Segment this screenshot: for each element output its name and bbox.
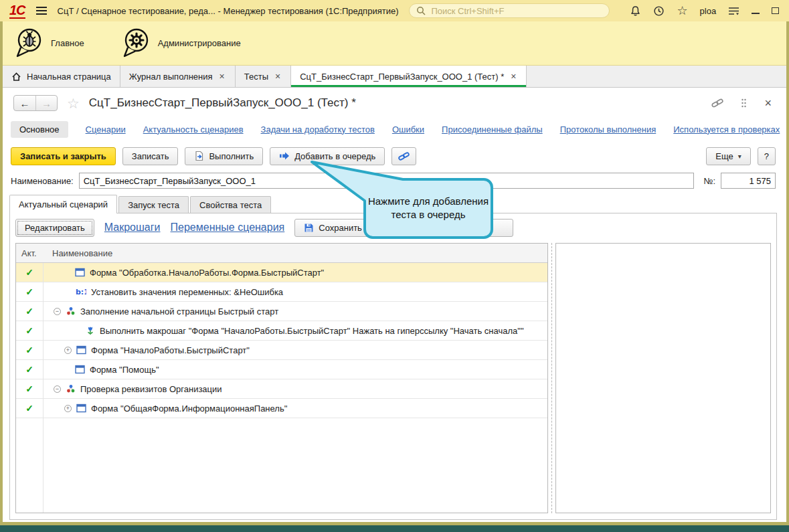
global-search[interactable] bbox=[409, 3, 610, 18]
chain-icon bbox=[398, 151, 410, 161]
name-input[interactable] bbox=[79, 173, 695, 189]
number-label: №: bbox=[703, 176, 715, 186]
app-tab[interactable]: Начальная страница bbox=[3, 66, 120, 87]
maximize-button[interactable] bbox=[772, 7, 779, 14]
scenario-group-icon bbox=[66, 384, 76, 393]
history-nav-buttons: ← → bbox=[13, 95, 58, 111]
nav-item-active[interactable]: Основное bbox=[11, 121, 68, 138]
table-row[interactable]: ✓−Заполнение начальной страницы Быстрый … bbox=[16, 302, 547, 321]
expander-plus-icon[interactable]: + bbox=[64, 347, 72, 354]
step-text: Проверка реквизитов Организации bbox=[80, 384, 222, 394]
window-frame-right bbox=[786, 21, 789, 522]
table-row[interactable]: ✓Форма "Обработка.НачалоРаботы.Форма.Быс… bbox=[16, 263, 547, 282]
current-user[interactable]: ploa bbox=[700, 6, 717, 16]
scenario-tab-panel: Редактировать Макрошаги Переменные сцена… bbox=[9, 213, 777, 520]
partially-hidden-button[interactable] bbox=[413, 219, 513, 237]
ribbon-item-main[interactable]: Главное bbox=[15, 27, 84, 60]
step-name-cell: +Форма "НачалоРаботы.БыстрыйСтарт" bbox=[43, 345, 547, 355]
nav-item[interactable]: Задачи на доработку тестов bbox=[261, 124, 375, 135]
step-name-cell: Выполнить макрошаг "Форма "НачалоРаботы.… bbox=[43, 326, 547, 336]
get-link-icon[interactable] bbox=[707, 98, 727, 108]
tab-current-scenario[interactable]: Актуальный сценарий bbox=[9, 195, 117, 213]
app-tab[interactable]: Тесты× bbox=[236, 66, 291, 87]
nav-item[interactable]: Используется в проверках bbox=[673, 124, 780, 135]
checkmark-icon: ✓ bbox=[25, 383, 33, 394]
titlebar-actions: ☆ ploa × bbox=[630, 3, 789, 18]
tab-bar: Начальная страницаЖурнал выполнения×Тест… bbox=[3, 66, 786, 88]
variables-icon: b:1 bbox=[75, 287, 86, 296]
step-text: Заполнение начальной страницы Быстрый ст… bbox=[80, 306, 278, 317]
nav-item[interactable]: Протоколы выполнения bbox=[560, 124, 656, 135]
save-to-file-button[interactable]: Сохранить в файл bbox=[294, 219, 403, 237]
main-menu-icon[interactable] bbox=[36, 5, 47, 17]
ribbon-item-administration[interactable]: Администрирование bbox=[122, 27, 241, 60]
tab-test-run[interactable]: Запуск теста bbox=[118, 196, 189, 213]
help-button[interactable]: ? bbox=[758, 147, 776, 165]
sections-ribbon: Главное Администрирование bbox=[3, 21, 786, 66]
edit-button[interactable]: Редактировать bbox=[15, 219, 94, 237]
tab-close-icon[interactable]: × bbox=[274, 70, 282, 82]
column-header-active[interactable]: Акт. bbox=[16, 248, 43, 258]
tab-close-icon[interactable]: × bbox=[218, 70, 226, 82]
tab-label: СцТ_БизнесСтарт_ПервыйЗапуск_ООО_1 (Тест… bbox=[300, 72, 504, 82]
column-header-name[interactable]: Наименование bbox=[43, 248, 112, 258]
more-dots-icon[interactable] bbox=[737, 98, 751, 108]
ribbon-item-label: Администрирование bbox=[158, 38, 241, 48]
save-and-close-button[interactable]: Записать и закрыть bbox=[11, 147, 116, 165]
tab-close-icon[interactable]: × bbox=[509, 70, 517, 82]
nav-item[interactable]: Актуальность сценариев bbox=[143, 124, 244, 135]
gear-icon bbox=[122, 27, 151, 60]
tab-label: Начальная страница bbox=[27, 72, 111, 82]
active-flag-cell: ✓ bbox=[16, 325, 43, 336]
scenario-variables-link[interactable]: Переменные сценария bbox=[171, 221, 285, 234]
bottom-bar bbox=[0, 525, 789, 532]
history-icon[interactable] bbox=[653, 5, 665, 17]
expander-minus-icon[interactable]: − bbox=[54, 308, 61, 315]
notifications-icon[interactable] bbox=[630, 5, 641, 17]
form-title: СцТ_БизнесСтарт_ПервыйЗапуск_ООО_1 (Тест… bbox=[89, 96, 699, 110]
form-header: ← → ☆ СцТ_БизнесСтарт_ПервыйЗапуск_ООО_1… bbox=[3, 92, 786, 114]
save-button[interactable]: Записать bbox=[122, 147, 179, 165]
table-row[interactable]: ✓Форма "Помощь" bbox=[16, 360, 547, 379]
details-panel bbox=[555, 243, 771, 513]
back-button[interactable]: ← bbox=[14, 96, 35, 110]
taskbar-settings-icon[interactable] bbox=[728, 6, 739, 16]
step-text: Форма "НачалоРаботы.БыстрыйСтарт" bbox=[91, 345, 250, 355]
macro-steps-link[interactable]: Макрошаги bbox=[104, 221, 161, 234]
checkmark-icon: ✓ bbox=[25, 267, 33, 278]
add-to-queue-button[interactable]: Добавить в очередь bbox=[270, 147, 385, 165]
active-flag-cell: ✓ bbox=[16, 383, 43, 394]
favorites-star-icon[interactable]: ☆ bbox=[677, 3, 687, 18]
run-button[interactable]: Выполнить bbox=[185, 147, 263, 165]
window-title: СцТ / Сценарное тестирование, реда... - … bbox=[58, 6, 399, 16]
app-tab[interactable]: СцТ_БизнесСтарт_ПервыйЗапуск_ООО_1 (Тест… bbox=[291, 66, 527, 87]
minimize-button[interactable] bbox=[752, 7, 760, 14]
table-row[interactable]: ✓+Форма "ОбщаяФорма.ИнформационнаяПанель… bbox=[16, 399, 547, 418]
table-row[interactable]: ✓Выполнить макрошаг "Форма "НачалоРаботы… bbox=[16, 321, 547, 341]
expander-minus-icon[interactable]: − bbox=[54, 385, 61, 393]
checkmark-icon: ✓ bbox=[25, 325, 33, 336]
scenario-subtabs: Актуальный сценарий Запуск теста Свойств… bbox=[9, 195, 271, 213]
tab-test-properties[interactable]: Свойства теста bbox=[190, 196, 271, 213]
number-input[interactable] bbox=[721, 173, 776, 189]
nav-item[interactable]: Присоединенные файлы bbox=[442, 124, 543, 135]
more-button[interactable]: Еще▾ bbox=[706, 147, 750, 165]
favorite-star-icon[interactable]: ☆ bbox=[67, 96, 80, 110]
tab-label: Тесты bbox=[244, 72, 268, 82]
table-row[interactable]: ✓b:1Установить значения переменных: &НеО… bbox=[16, 282, 547, 302]
search-input[interactable] bbox=[430, 5, 602, 17]
section-nav: ОсновноеСценарииАктуальность сценариевЗа… bbox=[3, 120, 786, 139]
nav-item[interactable]: Ошибки bbox=[392, 124, 424, 135]
step-name-cell: Форма "Помощь" bbox=[43, 365, 547, 375]
copy-link-button[interactable] bbox=[391, 147, 416, 165]
panel-splitter[interactable] bbox=[548, 243, 555, 513]
table-row[interactable]: ✓+Форма "НачалоРаботы.БыстрыйСтарт" bbox=[16, 341, 547, 360]
app-tab[interactable]: Журнал выполнения× bbox=[120, 66, 236, 87]
expander-plus-icon[interactable]: + bbox=[64, 405, 72, 412]
table-row[interactable]: ✓−Проверка реквизитов Организации bbox=[16, 379, 547, 399]
active-flag-cell: ✓ bbox=[16, 345, 43, 355]
nav-item[interactable]: Сценарии bbox=[86, 124, 126, 135]
close-form-icon[interactable]: × bbox=[760, 97, 776, 109]
forward-button[interactable]: → bbox=[35, 96, 57, 110]
step-name-cell: −Проверка реквизитов Организации bbox=[43, 384, 547, 394]
